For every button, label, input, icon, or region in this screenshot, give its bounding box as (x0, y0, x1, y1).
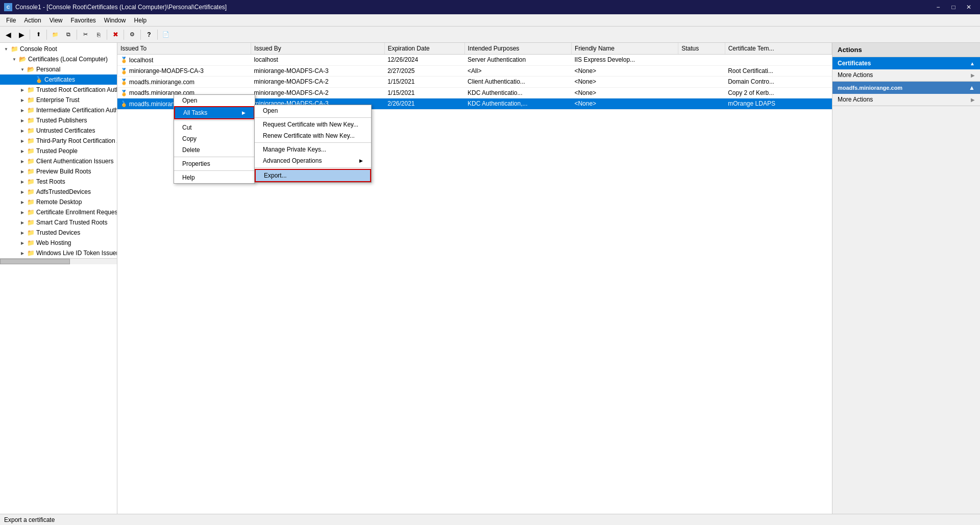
maximize-button[interactable]: □ (946, 2, 961, 12)
ctx-separator (174, 120, 255, 121)
title-bar: C Console1 - [Console Root\Certificates … (0, 0, 980, 14)
menu-file[interactable]: File (2, 16, 20, 25)
col-issued-by[interactable]: Issued By (251, 43, 385, 55)
col-cert-template[interactable]: Certificate Tem... (725, 43, 831, 55)
actions-section-title-label: Certificates (838, 60, 871, 67)
tree-item-web-hosting[interactable]: ▶ 📁 Web Hosting (0, 238, 117, 248)
table-row[interactable]: 🏅 miniorange-MOADFS-CA-3 miniorange-MOAD… (117, 65, 832, 77)
ctx2-manage-keys-item[interactable]: Manage Private Keys... (255, 144, 371, 155)
ctx-cut-item[interactable]: Cut (174, 122, 255, 133)
ctx2-export-item[interactable]: Export... (255, 169, 371, 182)
cell-issued-by: localhost (251, 55, 385, 66)
table-row[interactable]: 🏅 moadfs.miniorange.com miniorange-MOADF… (117, 77, 832, 88)
expander-icon: ▶ (18, 147, 27, 155)
tree-label-third-party-root: Third-Party Root Certification Au... (36, 137, 117, 144)
tree-item-client-auth-issuers[interactable]: ▶ 📁 Client Authentication Issuers (0, 156, 117, 166)
tree-label-personal: Personal (36, 66, 60, 73)
tree-label-trusted-devices: Trusted Devices (36, 229, 80, 236)
tree-label-test-roots: Test Roots (36, 178, 65, 185)
tree-item-enterprise-trust[interactable]: ▶ 📁 Enterprise Trust (0, 95, 117, 105)
tree-item-windows-live-id[interactable]: ▶ 📁 Windows Live ID Token Issuer (0, 248, 117, 258)
folder-icon: 📁 (27, 218, 35, 227)
tree-item-trusted-devices[interactable]: ▶ 📁 Trusted Devices (0, 228, 117, 238)
tree-item-trusted-publishers[interactable]: ▶ 📁 Trusted Publishers (0, 115, 117, 126)
more-actions-button-1[interactable]: More Actions ▶ (832, 69, 980, 81)
menu-favorites[interactable]: Favorites (67, 16, 100, 25)
tree-label-adfs-trusted-devices: AdfsTrustedDevices (36, 188, 91, 195)
help-button[interactable]: ? (143, 29, 155, 41)
properties-button[interactable]: ⚙ (126, 29, 138, 41)
menu-view[interactable]: View (45, 16, 67, 25)
delete-button[interactable]: ✖ (109, 29, 121, 41)
col-intended-purposes[interactable]: Intended Purposes (464, 43, 571, 55)
actions-section-title-certificates[interactable]: Certificates ▲ (832, 57, 980, 69)
cell-friendly-name: <None> (571, 65, 678, 77)
ctx2-open-item[interactable]: Open (255, 105, 371, 116)
tree-item-adfs-trusted-devices[interactable]: ▶ 📁 AdfsTrustedDevices (0, 187, 117, 197)
tree-toggle-button[interactable]: 📁 (49, 29, 61, 41)
close-button[interactable]: ✕ (962, 2, 976, 12)
tree-label-intermediate-cert: Intermediate Certification Autho... (36, 107, 117, 114)
up-button[interactable]: ⬆ (32, 29, 44, 41)
export-list-button[interactable]: 📄 (160, 29, 172, 41)
tree-item-personal[interactable]: ▼ 📂 Personal (0, 64, 117, 74)
tree-item-intermediate-cert[interactable]: ▶ 📁 Intermediate Certification Autho... (0, 105, 117, 115)
ctx2-renew-new-item[interactable]: Renew Certificate with New Key... (255, 130, 371, 141)
folder-icon: 📁 (27, 137, 35, 145)
actions-section-title-moadfs[interactable]: moadfs.miniorange.com ▲ (832, 82, 980, 94)
ctx-all-tasks-item[interactable]: All Tasks ▶ (174, 106, 255, 119)
tree-label-preview-build-roots: Preview Build Roots (36, 168, 91, 175)
expander-icon: ▶ (18, 137, 27, 145)
ctx-help-item[interactable]: Help (174, 172, 255, 183)
tree-item-console-root[interactable]: ▼ 📁 Console Root (0, 44, 117, 54)
tree-item-smart-card-roots[interactable]: ▶ 📁 Smart Card Trusted Roots (0, 217, 117, 228)
ctx-delete-item[interactable]: Delete (174, 144, 255, 156)
tree-item-cert-enrollment[interactable]: ▶ 📁 Certificate Enrollment Requests (0, 207, 117, 217)
table-row[interactable]: 🏅 localhost localhost 12/26/2024 Server … (117, 55, 832, 66)
col-expiration-date[interactable]: Expiration Date (384, 43, 464, 55)
menu-action[interactable]: Action (20, 16, 45, 25)
cell-expiration: 1/15/2021 (384, 77, 464, 88)
actions-section-moadfs: moadfs.miniorange.com ▲ More Actions ▶ (832, 82, 980, 106)
minimize-button[interactable]: − (931, 2, 945, 12)
ctx2-separator (255, 117, 371, 118)
tree-item-third-party-root[interactable]: ▶ 📁 Third-Party Root Certification Au... (0, 136, 117, 146)
ctx-separator (174, 170, 255, 171)
tree-item-certs-local[interactable]: ▼ 📂 Certificates (Local Computer) (0, 54, 117, 64)
expander-icon: ▶ (18, 188, 27, 196)
tree-item-certificates[interactable]: 🏅 Certificates (0, 74, 117, 85)
tree-label-enterprise-trust: Enterprise Trust (36, 96, 80, 104)
more-actions-button-2[interactable]: More Actions ▶ (832, 94, 980, 106)
expander-icon: ▼ (18, 65, 27, 73)
cut-button[interactable]: ✂ (79, 29, 91, 41)
toolbar: ◀ ▶ ⬆ 📁 ⧉ ✂ ⎘ ✖ ⚙ ? 📄 (0, 27, 980, 43)
expander-icon: ▶ (18, 106, 27, 114)
ctx2-export-label: Export... (264, 172, 287, 179)
menu-window[interactable]: Window (100, 16, 130, 25)
copy-button[interactable]: ⎘ (92, 29, 105, 41)
col-issued-to[interactable]: Issued To (117, 43, 251, 55)
tree-item-trusted-root[interactable]: ▶ 📁 Trusted Root Certification Autho... (0, 85, 117, 95)
ctx2-advanced-item[interactable]: Advanced Operations ▶ (255, 155, 371, 166)
menu-help[interactable]: Help (130, 16, 151, 25)
folder-icon: 📁 (27, 198, 35, 206)
new-window-button[interactable]: ⧉ (62, 29, 75, 41)
cert-icon: 🏅 (35, 76, 43, 84)
folder-icon: 📁 (27, 147, 35, 155)
tree-item-preview-build-roots[interactable]: ▶ 📁 Preview Build Roots (0, 166, 117, 177)
col-friendly-name[interactable]: Friendly Name (571, 43, 678, 55)
ctx-properties-item[interactable]: Properties (174, 158, 255, 169)
tree-label-untrusted-certs: Untrusted Certificates (36, 127, 95, 134)
tree-item-untrusted-certs[interactable]: ▶ 📁 Untrusted Certificates (0, 126, 117, 136)
tree-item-test-roots[interactable]: ▶ 📁 Test Roots (0, 177, 117, 187)
tree-item-trusted-people[interactable]: ▶ 📁 Trusted People (0, 146, 117, 156)
ctx-copy-item[interactable]: Copy (174, 133, 255, 144)
ctx-submenu-arrow: ▶ (242, 110, 246, 115)
tree-item-remote-desktop[interactable]: ▶ 📁 Remote Desktop (0, 197, 117, 207)
actions-section-title-label-moadfs: moadfs.miniorange.com (838, 85, 902, 91)
back-button[interactable]: ◀ (2, 29, 14, 41)
ctx2-request-new-item[interactable]: Request Certificate with New Key... (255, 119, 371, 130)
forward-button[interactable]: ▶ (15, 29, 28, 41)
col-status[interactable]: Status (678, 43, 725, 55)
ctx-open-item[interactable]: Open (174, 95, 255, 106)
